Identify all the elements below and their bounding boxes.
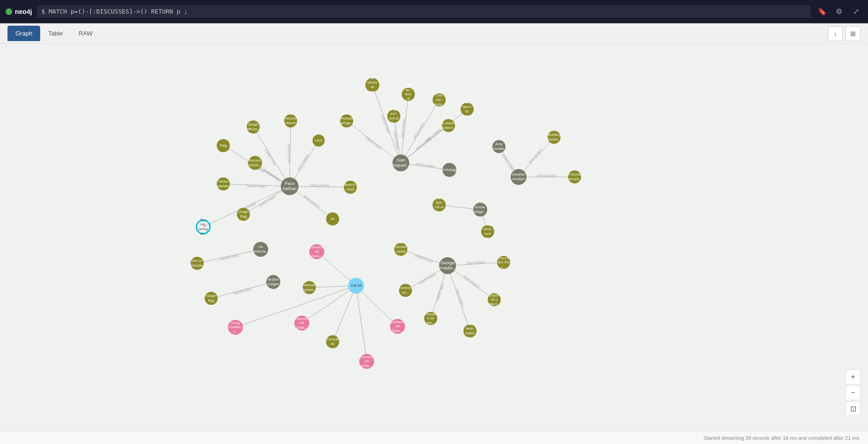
svg-line-30	[401, 126, 448, 163]
graph-node-knowledge[interactable]: Know­ledge...	[473, 203, 487, 217]
graph-node-the-org[interactable]: The or­ganizatio...	[191, 257, 204, 270]
svg-text:DISCUSSES: DISCUSSES	[528, 148, 543, 164]
graph-node-cdi24[interactable]: Cdi 24	[348, 278, 364, 294]
svg-line-20	[347, 121, 401, 163]
bookmark-icon[interactable]: 🔖	[816, 5, 829, 18]
graph-node-juan[interactable]: Juan Segued...	[392, 155, 409, 171]
expand-icon[interactable]: ⤢	[849, 5, 862, 18]
svg-text:DISCUSSES: DISCUSSES	[455, 289, 464, 308]
graph-node-a-typical[interactable]: A typi­cal of o...	[433, 198, 446, 211]
graph-node-connected-data4[interactable]: Connect­ed Data...	[359, 354, 374, 369]
graph-node-paco[interactable]: Paco Nathan	[281, 177, 299, 195]
graph-node-series[interactable]: A series of actio...	[365, 78, 379, 92]
graph-node-the-meaning[interactable]: The me­aning of...	[196, 219, 211, 234]
svg-text:DISCUSSES: DISCUSSES	[297, 154, 310, 171]
graph-node-specific-area[interactable]: A speci­fic area...	[461, 103, 474, 116]
graph-node-george[interactable]: George Anadio...	[439, 257, 456, 274]
svg-line-65	[333, 286, 356, 342]
query-input[interactable]	[37, 5, 811, 18]
graph-node-graph-rag[interactable]: Graph Rag	[237, 208, 250, 221]
svg-line-26	[401, 100, 439, 163]
graph-node-rag[interactable]: Rag	[217, 139, 230, 152]
neo4j-logo: neo4j	[6, 8, 32, 15]
svg-line-32	[401, 109, 467, 163]
graph-node-connected1[interactable]: Connect­ed...	[399, 284, 412, 297]
graph-node-neural-network[interactable]: Neural Network...	[284, 114, 297, 127]
graph-node-classification[interactable]: A classi­fication...	[442, 119, 455, 132]
topbar-icons: 🔖 ⚙ ⤢	[816, 5, 862, 18]
tab-table[interactable]: Table	[40, 26, 71, 41]
graph-node-andrei[interactable]: Andrei Volgeri	[266, 275, 280, 289]
graph-node-heather[interactable]: Heather Hediam	[511, 169, 526, 185]
graph-node-ira[interactable]: Ira Velichia...	[253, 242, 268, 257]
graph-node-closed-world[interactable]: A closed world a...	[394, 243, 407, 256]
svg-line-58	[211, 282, 273, 298]
tab-graph[interactable]: Graph	[7, 26, 40, 41]
graph-node-benchmark[interactable]: Bench­mark	[344, 181, 357, 194]
svg-line-6	[223, 184, 290, 186]
graph-node-graph-diffusion[interactable]: Graph Diffusio...	[247, 120, 260, 134]
graph-node-long-context[interactable]: Long Contex­t...	[228, 320, 243, 335]
svg-text:DISCUSSES: DISCUSSES	[501, 154, 514, 171]
tabbar-right: ↓ ⊞	[828, 26, 861, 41]
svg-text:DISCUSSES: DISCUSSES	[247, 184, 266, 188]
graph-node-graph-flag[interactable]: Graph flag	[205, 292, 218, 305]
status-bar: Started streaming 39 records after 16 ms…	[0, 431, 868, 444]
svg-text:DISCUSSES: DISCUSSES	[418, 273, 436, 285]
svg-text:DISCUSSES: DISCUSSES	[287, 144, 291, 163]
svg-line-46	[448, 266, 470, 331]
svg-line-12	[290, 121, 291, 186]
svg-text:DISCUSSES: DISCUSSES	[415, 136, 432, 151]
graph-canvas[interactable]: DISCUSSESDISCUSSESDISCUSSESDISCUSSESDISC…	[0, 44, 868, 444]
graph-node-neural-symbol[interactable]: Neural Symbo...	[303, 281, 316, 294]
svg-text:DISCUSSES: DISCUSSES	[303, 195, 320, 209]
logo-text: neo4j	[15, 8, 32, 15]
graph-node-the-action[interactable]: The ac­tion of m...	[402, 88, 415, 101]
svg-text:DISCUSSES: DISCUSSES	[220, 254, 239, 261]
status-text: Started streaming 39 records after 16 ms…	[704, 435, 861, 441]
svg-text:DISCUSSES: DISCUSSES	[258, 195, 276, 208]
settings-icon[interactable]: ⚙	[832, 5, 846, 18]
zoom-fit-button[interactable]: ⊡	[846, 401, 861, 416]
svg-text:DISCUSSES: DISCUSSES	[463, 275, 480, 289]
panel-toggle-button[interactable]: ⊞	[846, 26, 861, 41]
svg-text:DISCUSSES: DISCUSSES	[364, 136, 382, 150]
svg-text:DISCUSSES: DISCUSSES	[264, 148, 277, 166]
svg-text:DISCUSSES: DISCUSSES	[436, 283, 445, 302]
svg-text:DISCUSSES: DISCUSSES	[413, 122, 425, 140]
svg-text:DISCUSSES: DISCUSSES	[311, 184, 330, 188]
graph-node-explores[interactable]: Explo­re s difers...	[488, 293, 501, 306]
svg-text:DISCUSSES: DISCUSSES	[416, 162, 435, 169]
graph-node-amy-hodler[interactable]: Amy Hodler	[492, 140, 505, 153]
svg-text:DISCUSSES: DISCUSSES	[414, 254, 434, 263]
graph-node-structure[interactable]: The struc­ture of...	[481, 225, 494, 238]
graph-node-connected-data1[interactable]: Connect­ed Data...	[309, 244, 324, 259]
zoom-in-button[interactable]: +	[846, 369, 861, 384]
graph-node-connected-data3[interactable]: Connect­ed Data...	[390, 319, 405, 334]
graph-node-dedicated[interactable]: A dedi­cated the...	[463, 324, 477, 338]
graph-node-the-technology[interactable]: The tec­hnolo...	[433, 93, 446, 106]
graph-node-building-stocks[interactable]: Building Stocks...	[548, 131, 561, 144]
zoom-out-button[interactable]: −	[846, 385, 861, 400]
graph-node-recommend[interactable]: Recom­mend...	[248, 156, 262, 170]
graph-node-vector-db[interactable]: Vector Databas...	[217, 177, 230, 190]
graph-node-lims[interactable]: Lims	[313, 134, 325, 147]
svg-text:DISCUSSES: DISCUSSES	[425, 128, 441, 142]
svg-text:DISCUSSES: DISCUSSES	[466, 261, 485, 265]
graph-node-focused[interactable]: Focuse­s on the...	[424, 312, 437, 325]
graph-node-discusses-the[interactable]: Discus­ses the l...	[497, 256, 510, 269]
graph-node-the-extent[interactable]: The ext­ent of th...	[387, 110, 400, 123]
svg-line-0	[203, 186, 290, 227]
svg-line-42	[448, 266, 494, 300]
tab-raw[interactable]: RAW	[71, 26, 100, 41]
graph-node-human-beings[interactable]: Human beings...	[340, 114, 353, 127]
tabbar: Graph Table RAW ↓ ⊞	[0, 23, 868, 44]
download-button[interactable]: ↓	[828, 26, 843, 41]
logo-dot	[6, 8, 12, 15]
graph-node-connected-data2[interactable]: Connect­ed Data...	[294, 316, 309, 331]
svg-line-40	[448, 262, 504, 266]
graph-node-ai[interactable]: AI	[326, 212, 339, 226]
graph-node-formal-semantic[interactable]: A formal semant...	[568, 170, 581, 183]
graph-node-causal-ai[interactable]: Causal AI	[326, 335, 339, 348]
graph-node-ontology[interactable]: Ontology	[442, 163, 456, 177]
